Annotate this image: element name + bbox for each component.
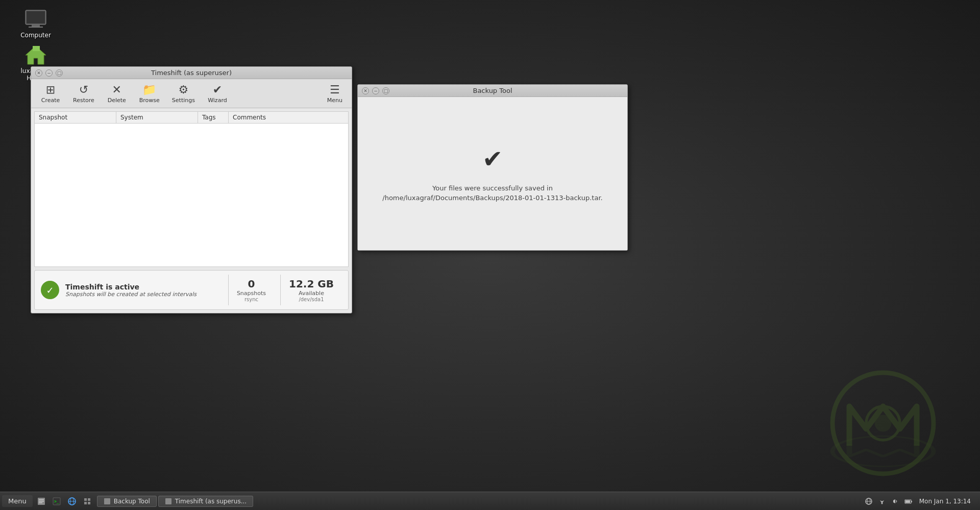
settings-button[interactable]: ⚙ Settings — [167, 81, 200, 106]
timeshift-title: Timeshift (as superuser) — [66, 69, 317, 77]
status-text: Timeshift is active Snapshots will be cr… — [65, 283, 222, 298]
snapshots-label: Snapshots — [237, 290, 266, 297]
wizard-label: Wizard — [208, 97, 227, 104]
success-message: Your files were successfully saved in /h… — [373, 183, 612, 203]
status-bar: ✓ Timeshift is active Snapshots will be … — [34, 270, 349, 310]
taskbar-app4-icon[interactable] — [81, 495, 94, 508]
taskbar-backup-label: Backup Tool — [114, 498, 150, 505]
snapshots-stats: 0 Snapshots rsync — [228, 275, 274, 305]
available-label: Available — [299, 290, 324, 297]
svg-rect-7 — [33, 46, 40, 51]
settings-label: Settings — [172, 97, 195, 104]
taskbar-menu-button[interactable]: Menu — [2, 495, 33, 507]
create-label: Create — [41, 97, 60, 104]
snapshot-table: Snapshot System Tags Comments — [34, 111, 349, 267]
globe-icon[interactable] — [863, 496, 874, 507]
snapshots-type: rsync — [244, 297, 258, 302]
backup-title: Backup Tool — [393, 87, 593, 94]
svg-rect-18 — [88, 498, 90, 501]
network-icon[interactable] — [876, 496, 888, 507]
status-subtitle: Snapshots will be created at selected in… — [65, 291, 222, 298]
taskbar-timeshift-label: Timeshift (as superus... — [175, 498, 247, 505]
battery-icon[interactable] — [903, 496, 914, 507]
create-button[interactable]: ⊞ Create — [35, 81, 66, 106]
home-icon — [23, 43, 48, 67]
menu-button[interactable]: ☰ Menu — [322, 81, 348, 106]
timeshift-toolbar: ⊞ Create ↺ Restore ✕ Delete 📁 Browse ⚙ S… — [31, 79, 352, 108]
available-size: 12.2 GB — [289, 278, 334, 290]
volume-icon[interactable] — [890, 496, 901, 507]
svg-marker-27 — [893, 499, 895, 503]
backup-content: ✔ Your files were successfully saved in … — [358, 97, 627, 250]
status-title: Timeshift is active — [65, 283, 222, 291]
backup-maximize-btn[interactable]: □ — [382, 87, 389, 94]
col-comments: Comments — [229, 112, 348, 123]
svg-rect-20 — [88, 502, 90, 504]
svg-rect-21 — [104, 498, 110, 504]
col-system: System — [116, 112, 198, 123]
col-snapshot: Snapshot — [35, 112, 116, 123]
svg-rect-17 — [84, 498, 87, 501]
snapshots-count: 0 — [248, 278, 255, 290]
computer-icon — [23, 7, 48, 32]
wizard-button[interactable]: ✔ Wizard — [202, 81, 233, 106]
taskbar-files-icon[interactable] — [35, 495, 48, 508]
timeshift-window: ✕ − □ Timeshift (as superuser) ⊞ Create … — [31, 66, 352, 313]
timeshift-minimize-btn[interactable]: − — [45, 69, 53, 77]
taskbar: Menu >_ Backup Tool Timeshift (as sup — [0, 492, 980, 510]
delete-icon: ✕ — [112, 83, 121, 96]
backup-close-btn[interactable]: ✕ — [362, 87, 369, 94]
timeshift-maximize-btn[interactable]: □ — [56, 69, 63, 77]
taskbar-timeshift-btn[interactable]: Timeshift (as superus... — [158, 496, 253, 507]
svg-point-1 — [875, 415, 892, 432]
svg-text:>_: >_ — [54, 499, 59, 504]
taskbar-datetime: Mon Jan 1, 13:14 — [916, 498, 974, 505]
delete-button[interactable]: ✕ Delete — [102, 81, 132, 106]
taskbar-browser-icon[interactable] — [65, 495, 79, 508]
svg-rect-9 — [39, 499, 44, 500]
browse-label: Browse — [139, 97, 160, 104]
table-header: Snapshot System Tags Comments — [35, 112, 348, 124]
delete-label: Delete — [108, 97, 126, 104]
backup-titlebar: ✕ − □ Backup Tool — [358, 85, 627, 97]
available-device: /dev/sda1 — [299, 297, 324, 302]
taskbar-quick-launch: >_ — [35, 495, 94, 508]
browse-icon: 📁 — [142, 83, 156, 96]
svg-rect-4 — [32, 25, 40, 27]
svg-rect-11 — [39, 502, 42, 503]
computer-icon-label: Computer — [20, 32, 51, 39]
desktop: Computer luxagraf's Home ✕ − □ Timeshift… — [0, 0, 980, 510]
restore-icon: ↺ — [79, 83, 88, 96]
timeshift-titlebar: ✕ − □ Timeshift (as superuser) — [31, 67, 352, 79]
create-icon: ⊞ — [46, 83, 55, 96]
table-body — [35, 124, 348, 266]
svg-rect-10 — [39, 501, 44, 502]
restore-label: Restore — [73, 97, 94, 104]
taskbar-system-tray: Mon Jan 1, 13:14 — [863, 496, 978, 507]
taskbar-windows: Backup Tool Timeshift (as superus... — [97, 496, 863, 507]
svg-rect-3 — [27, 11, 45, 23]
taskbar-terminal-icon[interactable]: >_ — [50, 495, 63, 508]
svg-rect-29 — [905, 500, 910, 503]
restore-button[interactable]: ↺ Restore — [68, 81, 100, 106]
settings-icon: ⚙ — [179, 83, 189, 96]
wizard-icon: ✔ — [213, 83, 222, 96]
backup-window: ✕ − □ Backup Tool ✔ Your files were succ… — [357, 84, 628, 251]
svg-rect-5 — [29, 27, 43, 28]
available-stats: 12.2 GB Available /dev/sda1 — [280, 275, 342, 305]
browse-button[interactable]: 📁 Browse — [134, 81, 165, 106]
svg-point-26 — [881, 502, 883, 504]
backup-minimize-btn[interactable]: − — [372, 87, 379, 94]
desktop-icon-computer[interactable]: Computer — [15, 7, 56, 39]
col-tags: Tags — [198, 112, 229, 123]
svg-rect-22 — [165, 498, 172, 504]
svg-rect-30 — [911, 501, 912, 502]
taskbar-backup-tool-btn[interactable]: Backup Tool — [97, 496, 157, 507]
success-checkmark: ✔ — [482, 144, 503, 173]
menu-icon: ☰ — [330, 83, 340, 96]
svg-rect-19 — [84, 502, 87, 504]
status-icon: ✓ — [41, 281, 59, 299]
timeshift-close-btn[interactable]: ✕ — [35, 69, 42, 77]
mint-logo — [827, 367, 939, 479]
menu-label: Menu — [327, 97, 342, 104]
